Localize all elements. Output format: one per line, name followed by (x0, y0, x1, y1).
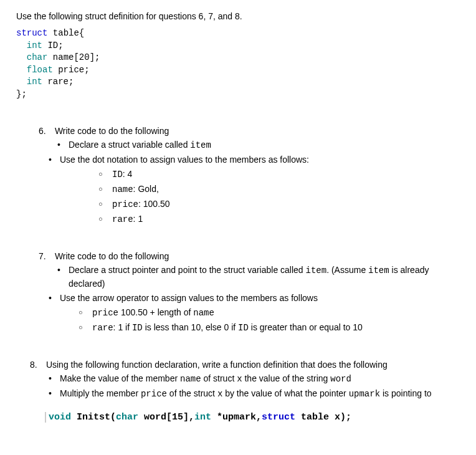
q8-title-line: 8. Using the following function declarat… (30, 360, 460, 370)
question-8: 8. Using the following function declarat… (30, 360, 460, 423)
q8-b2-code3: upmark (349, 389, 380, 399)
q7-s2-code2: ID (132, 323, 143, 333)
questions-container: 6. Write code to do the following Declar… (16, 126, 460, 423)
ident-table: table{ (47, 28, 84, 38)
keyword-char: char (16, 52, 47, 62)
q6-bullets: Declare a struct variable called item Us… (39, 138, 460, 226)
q6-s2-rest: : Gold, (133, 184, 159, 194)
ident-id: ID; (42, 41, 64, 50)
keyword-float: float (16, 65, 53, 75)
q7-b1-b: . (Assume (326, 265, 368, 275)
sig-char: char (116, 412, 138, 423)
q7-sub-bullets: price 100.50 + length of name rare: 1 if… (60, 306, 460, 335)
q7-sub-2: rare: 1 if ID is less than 10, else 0 if… (79, 321, 460, 335)
q7-bullets: Declare a struct pointer and point to th… (39, 264, 460, 335)
close-brace: }; (16, 89, 27, 99)
q8-b1-a: Make the value of the member (60, 373, 180, 383)
q8-b2-code: price (141, 389, 167, 399)
intro-text: Use the following struct definition for … (16, 11, 460, 21)
q7-number: 7. (39, 251, 52, 261)
q6-bullet-2: Use the dot notation to assign values to… (49, 153, 460, 226)
q8-bullet-2: Multiply the member price of the struct … (49, 387, 460, 401)
q6-s4-rest: : 1 (133, 214, 143, 224)
q7-s2-c: is greater than or equal to 10 (249, 322, 363, 332)
q6-sub-1: ID: 4 (98, 168, 460, 181)
q6-title: Write code to do the following (55, 126, 169, 136)
question-7: 7. Write code to do the following Declar… (39, 251, 460, 335)
function-signature: void Initst(char word[15],int *upmark,st… (45, 412, 460, 423)
q7-s2-code3: ID (238, 323, 249, 333)
keyword-int: int (16, 77, 42, 87)
ident-price: price; (53, 65, 90, 75)
q7-b1-code2: item (368, 266, 389, 275)
q6-b1-text: Declare a struct variable called (69, 140, 190, 150)
q8-b2-b: of the struct (167, 388, 217, 398)
q8-b1-b: of struct (201, 373, 237, 383)
q6-number: 6. (39, 126, 52, 136)
q7-b1-code: item (306, 266, 327, 275)
q6-s4-code: rare (112, 214, 133, 224)
q8-bullet-1: Make the value of the member name of str… (49, 372, 460, 386)
q6-sub-4: rare: 1 (98, 213, 460, 226)
q6-b2-text: Use the dot notation to assign values to… (60, 155, 309, 165)
sig-p1: word[15], (138, 412, 194, 423)
q7-b2-text: Use the arrow operator to assign values … (60, 293, 318, 303)
sig-p3: table x); (295, 412, 351, 423)
q8-bullets: Make the value of the member name of str… (30, 372, 460, 401)
q6-sub-bullets: ID: 4 name: Gold, price: 100.50 rare: 1 (60, 168, 460, 226)
struct-definition: struct table{ int ID; char name[20]; flo… (16, 27, 460, 101)
q7-b1-a: Declare a struct pointer and point to th… (69, 265, 306, 275)
ident-rare: rare; (42, 77, 74, 87)
q8-b2-a: Multiply the member (60, 388, 141, 398)
q7-s2-b: is less than 10, else 0 if (143, 322, 238, 332)
q6-s1-code: ID (112, 170, 123, 180)
keyword-int: int (16, 41, 42, 50)
q7-s1-code: price (92, 308, 118, 318)
q6-s2-code: name (112, 184, 133, 194)
q6-bullet-1: Declare a struct variable called item (57, 138, 460, 152)
q8-b1-code2: x (237, 374, 242, 384)
q7-title-line: 7. Write code to do the following (39, 251, 460, 261)
q7-bullet-2: Use the arrow operator to assign values … (49, 292, 460, 335)
q6-s1-rest: : 4 (123, 169, 133, 179)
ident-name: name[20]; (47, 52, 100, 62)
q6-title-line: 6. Write code to do the following (39, 126, 460, 136)
q8-b1-code3: word (330, 374, 351, 384)
q6-sub-2: name: Gold, (98, 183, 460, 196)
q7-s1-rest: 100.50 + length of (118, 307, 193, 317)
q8-number: 8. (30, 360, 44, 370)
sig-void: void (49, 412, 71, 423)
keyword-struct: struct (16, 28, 47, 38)
q7-s2-a: : 1 if (113, 322, 132, 332)
sig-int: int (194, 412, 211, 423)
q8-b1-c: the value of the string (242, 373, 331, 383)
sig-struct: struct (262, 412, 295, 423)
q6-s3-code: price (112, 199, 138, 209)
q7-title: Write code to do the following (55, 251, 169, 261)
q8-b2-d: is pointing to (380, 388, 432, 398)
q6-s3-rest: : 100.50 (138, 199, 170, 209)
question-6: 6. Write code to do the following Declar… (39, 126, 460, 226)
q6-sub-3: price: 100.50 (98, 198, 460, 211)
q7-s1-code2: name (193, 308, 214, 318)
sig-p2: *upmark, (211, 412, 262, 423)
q6-b1-code: item (190, 140, 211, 150)
q7-sub-1: price 100.50 + length of name (79, 306, 460, 320)
q8-b1-code: name (180, 374, 201, 384)
q8-title: Using the following function declaration… (46, 360, 388, 370)
q7-s2-code: rare (92, 323, 113, 333)
q8-b2-c: by the value of what the pointer (222, 388, 348, 398)
sig-fn: Initst( (71, 412, 116, 423)
q7-bullet-1: Declare a struct pointer and point to th… (57, 264, 460, 290)
